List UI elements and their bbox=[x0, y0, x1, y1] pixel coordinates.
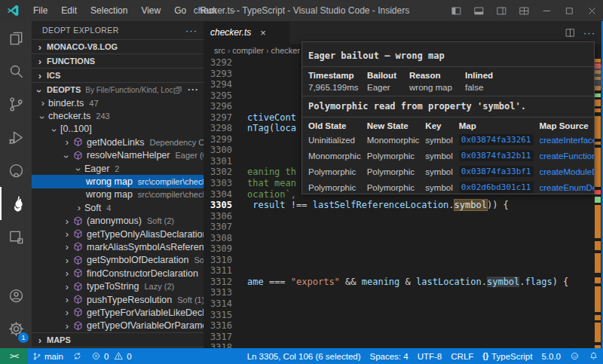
menu-item-file[interactable]: File bbox=[26, 5, 54, 16]
toggle-primary-sidebar-icon[interactable] bbox=[445, 0, 467, 21]
customize-layout-icon[interactable] bbox=[513, 0, 535, 21]
twistie-icon[interactable]: › bbox=[62, 282, 72, 292]
tab-checker-ts[interactable]: checker.ts × bbox=[204, 21, 289, 44]
sync-status-item[interactable] bbox=[68, 348, 87, 364]
feedback-status-item[interactable] bbox=[565, 348, 584, 364]
search-icon[interactable] bbox=[0, 54, 32, 87]
breadcrumb-item[interactable]: src bbox=[214, 46, 225, 55]
breadcrumb-item[interactable]: compiler bbox=[232, 46, 264, 55]
twistie-icon[interactable]: › bbox=[74, 164, 84, 175]
section-header-deopts[interactable]: ›DEOPTSBy File/Function/Kind, Location··… bbox=[32, 82, 204, 96]
source-control-icon[interactable] bbox=[0, 87, 32, 121]
map-address-chip[interactable]: 0x03874fa33bf1 bbox=[459, 166, 534, 177]
editor-more-actions-icon[interactable]: ··· bbox=[583, 27, 595, 38]
twistie-icon[interactable]: › bbox=[74, 203, 84, 213]
map-source-link[interactable]: createModuleDeclarat bbox=[540, 167, 595, 176]
minimize-button[interactable] bbox=[535, 0, 558, 21]
branch-status-item[interactable]: main bbox=[28, 348, 68, 364]
deopt-explorer-icon[interactable] bbox=[0, 187, 33, 220]
tree-item[interactable]: wrong mapsrc\compiler\checker.ts:330… bbox=[32, 175, 204, 188]
language-mode-item[interactable]: {} TypeScript bbox=[478, 348, 537, 364]
tree-item[interactable]: ›binder.ts47 bbox=[32, 96, 204, 109]
twistie-icon[interactable]: › bbox=[62, 321, 72, 331]
section-header-monaco-v8-log[interactable]: ›MONACO-V8.LOG bbox=[32, 39, 204, 54]
indentation-item[interactable]: Spaces: 4 bbox=[366, 348, 413, 364]
tree-item[interactable]: ›getTypeForVariableLikeDeclaration… bbox=[32, 306, 204, 319]
twistie-icon[interactable]: › bbox=[62, 255, 72, 265]
twistie-icon[interactable]: › bbox=[50, 125, 60, 136]
tree-item[interactable]: ›[0..100] bbox=[32, 123, 204, 136]
map-address-cell[interactable]: 0x03874fa32b11 bbox=[459, 148, 540, 164]
section-more-actions-icon[interactable]: ··· bbox=[188, 84, 199, 95]
map-source-link[interactable]: createInterfaceDeclara bbox=[540, 136, 595, 145]
map-address-chip[interactable]: 0x03874fa33261 bbox=[459, 134, 534, 145]
toggle-panel-icon[interactable] bbox=[467, 0, 490, 21]
map-source-link[interactable]: createFunctionDeclara bbox=[540, 151, 595, 161]
menu-item-edit[interactable]: Edit bbox=[54, 5, 84, 16]
map-source-cell[interactable]: createFunctionDeclara bbox=[540, 148, 595, 164]
menu-item-selection[interactable]: Selection bbox=[84, 5, 134, 16]
menu-item-run[interactable]: Run bbox=[193, 5, 223, 16]
tab-close-icon[interactable]: × bbox=[260, 27, 266, 38]
tree-item[interactable]: ›pushTypeResolutionSoft (1) bbox=[32, 293, 204, 306]
map-source-link[interactable]: createEnumDeclaratio bbox=[540, 183, 595, 192]
toggle-secondary-sidebar-icon[interactable] bbox=[490, 0, 513, 21]
run-and-debug-icon[interactable] bbox=[0, 121, 32, 154]
twistie-icon[interactable]: › bbox=[62, 137, 72, 147]
cursor-position-item[interactable]: Ln 3305, Col 106 (6 selected) bbox=[243, 348, 366, 364]
map-source-cell[interactable]: createInterfaceDeclara bbox=[540, 132, 595, 148]
eol-item[interactable]: CRLF bbox=[446, 348, 478, 364]
section-header-maps[interactable]: ›MAPS bbox=[32, 332, 204, 347]
map-address-cell[interactable]: 0x02d6bd301c11 bbox=[459, 179, 540, 194]
remote-explorer-icon[interactable] bbox=[0, 220, 32, 253]
menu-item-view[interactable]: View bbox=[134, 5, 167, 16]
menu-item-go[interactable]: Go bbox=[167, 5, 193, 16]
collapse-all-icon[interactable] bbox=[173, 84, 183, 95]
twistie-icon[interactable]: › bbox=[62, 295, 72, 304]
tree-item[interactable]: ›getTypeOnlyAliasDeclarationEager (1) bbox=[32, 228, 204, 240]
settings-gear-icon[interactable]: 1 bbox=[0, 312, 32, 345]
problems-status-item[interactable]: 0 0 bbox=[87, 348, 136, 364]
tree-item[interactable]: ›findConstructorDeclarationEager (1) bbox=[32, 267, 204, 280]
tree-item[interactable]: ›typeToStringLazy (2) bbox=[32, 280, 204, 292]
twistie-icon[interactable]: › bbox=[62, 216, 72, 226]
split-editor-icon[interactable] bbox=[565, 27, 576, 38]
section-header-functions[interactable]: ›FUNCTIONS bbox=[32, 54, 204, 68]
twistie-icon[interactable]: › bbox=[38, 98, 48, 108]
tree-item[interactable]: ›markAliasSymbolAsReferencedEage… bbox=[32, 240, 204, 253]
github-icon[interactable] bbox=[0, 154, 32, 187]
twistie-icon[interactable]: › bbox=[62, 229, 72, 239]
close-button[interactable] bbox=[580, 0, 603, 21]
encoding-item[interactable]: UTF-8 bbox=[413, 348, 447, 364]
map-address-cell[interactable]: 0x03874fa33bf1 bbox=[459, 164, 540, 179]
map-address-chip[interactable]: 0x03874fa32b11 bbox=[459, 150, 534, 161]
tree-item[interactable]: ›(anonymous)Soft (2) bbox=[32, 215, 204, 228]
ts-version-item[interactable]: 5.0.0 bbox=[537, 348, 565, 364]
explorer-icon[interactable] bbox=[0, 21, 32, 54]
accounts-icon[interactable] bbox=[0, 279, 32, 312]
map-address-cell[interactable]: 0x03874fa33261 bbox=[459, 132, 540, 148]
twistie-icon[interactable]: › bbox=[38, 112, 47, 122]
tree-item[interactable]: ›getNodeLinksDependency Change (1) bbox=[32, 136, 204, 148]
twistie-icon[interactable]: › bbox=[62, 242, 72, 252]
tree-item[interactable]: ›checker.ts243 bbox=[32, 109, 204, 122]
notifications-status-item[interactable] bbox=[584, 348, 603, 364]
twistie-icon[interactable]: › bbox=[62, 268, 72, 278]
breadcrumb-item[interactable]: checker bbox=[271, 46, 301, 55]
maximize-button[interactable] bbox=[558, 0, 580, 21]
menu-item-[interactable]: ··· bbox=[223, 5, 246, 16]
tree-item[interactable]: wrong mapsrc\compiler\checker.ts:348… bbox=[32, 188, 204, 201]
tree-item[interactable]: ›Soft4 bbox=[32, 201, 204, 214]
map-source-cell[interactable]: createEnumDeclaratio bbox=[540, 179, 595, 194]
map-address-chip[interactable]: 0x02d6bd301c11 bbox=[459, 182, 534, 193]
section-header-ics[interactable]: ›ICS bbox=[32, 68, 204, 82]
tree-item[interactable]: ›getSymbolOfDeclarationSoft (1) bbox=[32, 254, 204, 267]
tree-item[interactable]: ›Eager2 bbox=[32, 162, 204, 175]
sidebar-more-actions-icon[interactable]: ··· bbox=[185, 25, 197, 36]
tree-item[interactable]: ›resolveNameHelperEager (6) bbox=[32, 149, 204, 162]
twistie-icon[interactable]: › bbox=[62, 307, 72, 317]
tree-item[interactable]: ›getTypeOfVariableOrParameterOrPr… bbox=[32, 320, 204, 332]
twistie-icon[interactable]: › bbox=[62, 151, 72, 162]
remote-indicator[interactable]: >< bbox=[0, 348, 28, 364]
map-source-cell[interactable]: createModuleDeclarat bbox=[540, 164, 595, 179]
